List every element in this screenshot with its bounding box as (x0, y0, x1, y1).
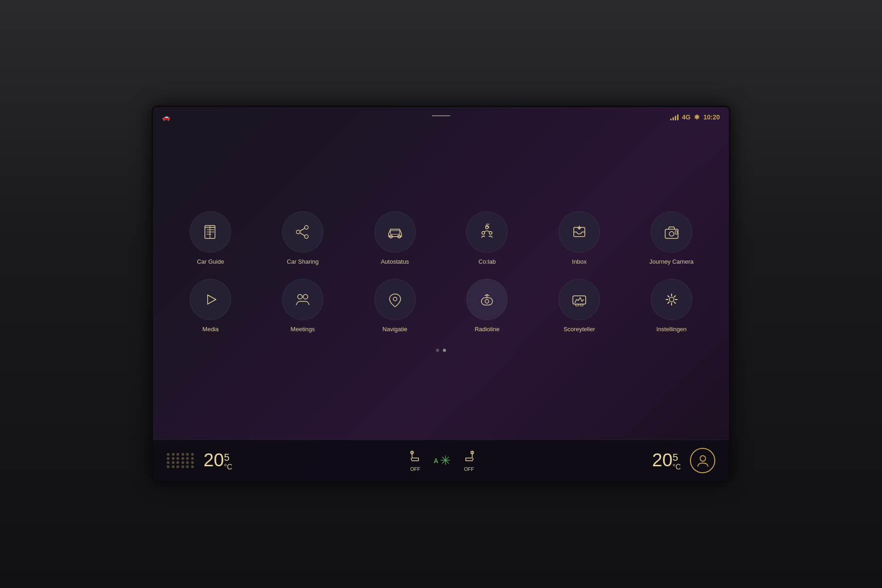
left-seat-icon (408, 450, 422, 464)
svg-point-7 (296, 230, 300, 234)
right-temp-decimal: 5 °C (673, 451, 681, 471)
svg-marker-26 (208, 295, 216, 304)
left-temp-unit: °C (224, 464, 232, 471)
climate-left: 20 5 °C (167, 451, 232, 471)
right-temp-unit: °C (673, 464, 681, 471)
svg-rect-25 (675, 231, 677, 234)
signal-bar-2 (673, 117, 674, 120)
colab-circle (466, 211, 508, 253)
app-car-sharing[interactable]: Car Sharing (264, 211, 342, 265)
app-inbox[interactable]: Inbox (540, 211, 619, 265)
infotainment-screen: 🚗 4G ✱ 10:20 (153, 107, 729, 481)
main-content: Car Guide Car (153, 125, 729, 440)
svg-point-15 (482, 232, 485, 234)
instellingen-circle (651, 279, 692, 320)
dot-8 (172, 457, 175, 460)
dot-14 (172, 461, 175, 464)
car-icon (386, 223, 404, 241)
app-instellingen[interactable]: Instellingen (632, 279, 711, 333)
autostatus-label: Autostatus (381, 258, 409, 265)
dot-6 (191, 453, 194, 456)
dot-22 (181, 465, 184, 468)
app-colab[interactable]: Co:lab (448, 211, 526, 265)
svg-line-19 (488, 224, 489, 225)
car-guide-label: Car Guide (197, 258, 224, 265)
page-dot-2[interactable] (443, 349, 446, 352)
camera-icon (662, 223, 681, 241)
meetings-label: Meetings (291, 326, 315, 333)
dot-7 (167, 457, 170, 460)
app-autostatus[interactable]: Autostatus (356, 211, 434, 265)
play-icon (201, 290, 220, 309)
app-journey-camera[interactable]: Journey Camera (632, 211, 711, 265)
meetings-icon (294, 290, 312, 309)
dot-19 (167, 465, 170, 468)
dot-2 (172, 453, 175, 456)
page-dot-1[interactable] (436, 349, 439, 352)
dot-5 (186, 453, 189, 456)
svg-point-16 (489, 232, 492, 234)
app-car-guide[interactable]: Car Guide (171, 211, 250, 265)
app-meetings[interactable]: Meetings (264, 279, 342, 333)
left-temp-number: 20 (204, 451, 224, 469)
bluetooth-icon: ✱ (694, 113, 700, 121)
colab-icon (478, 223, 496, 241)
meetings-circle (282, 279, 323, 320)
left-temp-frac: 5 (224, 452, 232, 463)
right-temp-display[interactable]: 20 5 °C (652, 451, 681, 471)
auto-label: A (434, 457, 438, 464)
gauge-icon (570, 290, 588, 309)
user-profile-button[interactable] (690, 448, 715, 473)
svg-point-27 (298, 294, 302, 299)
right-seat-icon (462, 450, 476, 464)
left-temp-display[interactable]: 20 5 °C (204, 451, 232, 471)
svg-point-29 (393, 297, 397, 301)
dot-10 (181, 457, 184, 460)
dot-23 (186, 465, 189, 468)
navigatie-circle (374, 279, 416, 320)
colab-label: Co:lab (479, 258, 496, 265)
dot-21 (176, 465, 179, 468)
svg-rect-11 (390, 231, 400, 234)
left-seat-group[interactable]: OFF (408, 450, 422, 472)
dot-15 (176, 461, 179, 464)
svg-rect-30 (481, 298, 492, 305)
svg-rect-35 (580, 304, 583, 306)
inbox-icon (570, 223, 588, 241)
fan-icon: ✳ (440, 453, 451, 468)
share-icon (294, 223, 312, 241)
auto-fan-group[interactable]: A ✳ (434, 453, 451, 468)
left-seat-label: OFF (410, 466, 420, 472)
app-navigatie[interactable]: Navigatie (356, 279, 434, 333)
right-seat-group[interactable]: OFF (462, 450, 476, 472)
inbox-circle (559, 211, 600, 253)
svg-rect-34 (576, 304, 578, 306)
signal-bar-3 (675, 116, 676, 120)
dot-1 (167, 453, 170, 456)
dot-11 (186, 457, 189, 460)
svg-point-8 (305, 235, 308, 238)
svg-point-31 (485, 300, 489, 303)
user-icon (696, 454, 710, 468)
radioline-circle (466, 279, 508, 320)
svg-point-28 (303, 294, 308, 299)
svg-point-39 (700, 456, 706, 461)
status-bar: 🚗 4G ✱ 10:20 (153, 107, 729, 125)
svg-point-36 (669, 297, 674, 302)
right-temp-frac: 5 (673, 452, 681, 463)
bottom-climate-bar: 20 5 °C OFF (153, 440, 729, 481)
signal-bar-4 (677, 114, 678, 120)
app-scoreyteller[interactable]: Scoreyteller (540, 279, 619, 333)
dot-13 (167, 461, 170, 464)
app-radioline[interactable]: Radioline (448, 279, 526, 333)
car-status-icon: 🚗 (162, 113, 170, 121)
svg-point-24 (669, 232, 674, 236)
status-left: 🚗 (162, 113, 170, 121)
dot-grid (167, 453, 194, 468)
lte-label: 4G (682, 113, 691, 121)
navigatie-label: Navigatie (383, 326, 407, 333)
car-sharing-label: Car Sharing (287, 258, 318, 265)
app-media[interactable]: Media (171, 279, 250, 333)
journey-camera-circle (651, 211, 692, 253)
dot-3 (176, 453, 179, 456)
